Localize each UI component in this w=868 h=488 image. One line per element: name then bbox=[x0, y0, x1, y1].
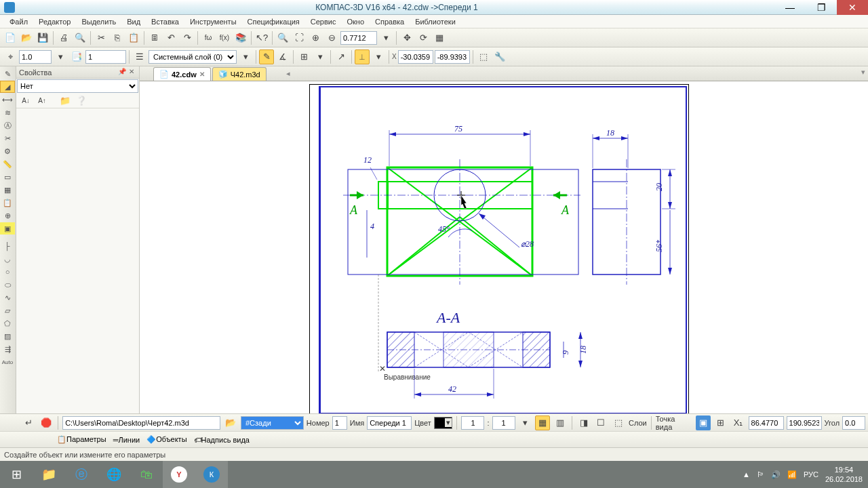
minimize-button[interactable]: — bbox=[774, 0, 806, 15]
tab-inactive[interactable]: 🧊 Ч42.m3d bbox=[212, 67, 267, 81]
vtool-insert[interactable]: ⊕ bbox=[0, 209, 15, 222]
layer-combo[interactable]: Системный слой (0) bbox=[149, 50, 237, 64]
paste-button[interactable]: 📋 bbox=[126, 30, 141, 45]
ortho-button[interactable]: ✎ bbox=[259, 49, 274, 64]
menu-view[interactable]: Вид bbox=[123, 16, 144, 27]
properties-pin-icon[interactable]: 📌 bbox=[117, 68, 127, 77]
undo-button[interactable]: ↶ bbox=[163, 30, 178, 45]
grid-dropdown[interactable]: ▾ bbox=[313, 49, 328, 64]
step-input[interactable] bbox=[19, 50, 52, 64]
constrain-dropdown[interactable]: ▾ bbox=[371, 49, 386, 64]
color-picker[interactable] bbox=[434, 417, 453, 429]
misc-button-1[interactable]: ⬚ bbox=[476, 49, 491, 64]
toggle-5[interactable]: ⬚ bbox=[611, 415, 626, 430]
vtool-select[interactable]: ▭ bbox=[0, 171, 15, 183]
tab-dropdown[interactable]: ▾ bbox=[861, 68, 865, 77]
vtool-text[interactable]: Ⓐ bbox=[0, 119, 15, 131]
lang-indicator[interactable]: РУС bbox=[804, 470, 818, 479]
zoom-in-button[interactable]: ⊕ bbox=[308, 30, 323, 45]
redraw-button[interactable]: ⟳ bbox=[416, 30, 431, 45]
vtool-hatch[interactable]: ▨ bbox=[0, 330, 15, 342]
vtool-ellipse[interactable]: ⬭ bbox=[0, 279, 15, 291]
vp-btn-2[interactable]: ⊞ bbox=[713, 415, 728, 430]
lib-button[interactable]: 📚 bbox=[233, 30, 248, 45]
zoom-input[interactable] bbox=[340, 31, 377, 45]
toggle-2[interactable]: ▥ bbox=[553, 415, 568, 430]
pan-button[interactable]: ✥ bbox=[399, 30, 414, 45]
menu-file[interactable]: Файл bbox=[5, 16, 32, 27]
layer-icon[interactable]: ☰ bbox=[132, 49, 147, 64]
vtool-circle[interactable]: ○ bbox=[0, 266, 15, 278]
vtool-auto[interactable]: Auto bbox=[0, 356, 15, 368]
vtool-rect[interactable]: ▱ bbox=[0, 304, 15, 317]
tab-active[interactable]: 📄 42.cdw ✕ bbox=[153, 67, 211, 81]
zoom-fit-button[interactable]: ⛶ bbox=[292, 30, 307, 45]
vtool-symbol[interactable]: ≋ bbox=[0, 106, 15, 119]
zoom-out-button[interactable]: ⊖ bbox=[324, 30, 339, 45]
vtool-measure[interactable]: 📏 bbox=[0, 158, 15, 170]
vars-button[interactable]: fω bbox=[201, 30, 216, 45]
vtool-curve[interactable]: ∿ bbox=[0, 291, 15, 304]
vtool-offset[interactable]: ⇶ bbox=[0, 343, 15, 355]
menu-spec[interactable]: Спецификация bbox=[243, 16, 304, 27]
menu-libs[interactable]: Библиотеки bbox=[411, 16, 460, 27]
tab-lines[interactable]: ═Линии bbox=[113, 436, 140, 444]
lcs-button[interactable]: ↗ bbox=[334, 49, 349, 64]
vtool-spec[interactable]: ▦ bbox=[0, 184, 15, 196]
print-button[interactable]: 🖨 bbox=[56, 30, 71, 45]
tabno-input[interactable] bbox=[85, 50, 126, 64]
save-button[interactable]: 💾 bbox=[35, 30, 50, 45]
tab-objects[interactable]: 🔷Объекты bbox=[146, 435, 186, 444]
vp-btn-x[interactable]: X₁ bbox=[731, 415, 746, 430]
close-button[interactable]: ✕ bbox=[837, 0, 868, 15]
vtool-view[interactable]: ▣ bbox=[0, 222, 15, 235]
prop-folder-icon[interactable]: 📁 bbox=[58, 94, 73, 108]
file-path-input[interactable] bbox=[62, 416, 220, 430]
number-input[interactable] bbox=[332, 416, 347, 430]
menu-select[interactable]: Выделить bbox=[77, 16, 120, 27]
toggle-4[interactable]: ☐ bbox=[594, 415, 609, 430]
calc-button[interactable]: f(x) bbox=[217, 30, 232, 45]
vtool-dim[interactable]: ⟷ bbox=[0, 94, 15, 106]
scale-den-input[interactable] bbox=[492, 416, 515, 430]
zoom-dropdown[interactable]: ▾ bbox=[378, 30, 393, 45]
snap-button[interactable]: ⌖ bbox=[3, 49, 18, 64]
vp-x-input[interactable] bbox=[749, 416, 784, 430]
vp-y-input[interactable] bbox=[787, 416, 822, 430]
vtool-arc[interactable]: ◡ bbox=[0, 253, 15, 265]
vtool-edit2[interactable]: ✂ bbox=[0, 132, 15, 144]
props-button[interactable]: 🗏 bbox=[147, 30, 162, 45]
tab-button[interactable]: 📑 bbox=[69, 49, 84, 64]
menu-help[interactable]: Справка bbox=[371, 16, 408, 27]
snap2-button[interactable]: ∡ bbox=[275, 49, 290, 64]
ie-icon[interactable]: ⓔ bbox=[65, 461, 98, 488]
vtool-poly[interactable]: ⬠ bbox=[0, 317, 15, 329]
kompas-icon[interactable]: К bbox=[195, 461, 228, 488]
grid-show-button[interactable]: ▦ bbox=[432, 30, 447, 45]
constrain-button[interactable]: ⟂ bbox=[355, 49, 370, 64]
properties-close-icon[interactable]: ✕ bbox=[127, 68, 136, 77]
grid-button[interactable]: ⊞ bbox=[296, 49, 311, 64]
misc-button-2[interactable]: 🔧 bbox=[492, 49, 507, 64]
yandex-icon[interactable]: Y bbox=[163, 461, 195, 488]
coord-x-input[interactable] bbox=[398, 50, 433, 64]
maximize-button[interactable]: ❐ bbox=[806, 0, 837, 15]
scale-num-input[interactable] bbox=[461, 416, 484, 430]
store-icon[interactable]: 🛍 bbox=[130, 461, 163, 488]
properties-style-combo[interactable]: Нет bbox=[17, 79, 138, 93]
menu-tools[interactable]: Инструменты bbox=[186, 16, 241, 27]
toggle-1[interactable]: ▦ bbox=[535, 415, 550, 430]
menu-insert[interactable]: Вставка bbox=[147, 16, 183, 27]
tab-caption[interactable]: 🏷Надпись вида bbox=[194, 436, 250, 444]
system-clock[interactable]: ▲ 🏳 🔊 📶 РУС 19:54 26.02.2018 bbox=[743, 465, 868, 484]
scale-dropdown[interactable]: ▾ bbox=[518, 415, 533, 430]
layer-dropdown[interactable]: ▾ bbox=[238, 49, 253, 64]
vtool-report[interactable]: 📋 bbox=[0, 197, 15, 209]
explorer-icon[interactable]: 📁 bbox=[33, 461, 65, 488]
stop-button[interactable]: 🛑 bbox=[39, 415, 54, 430]
copy-button[interactable]: ⎘ bbox=[110, 30, 125, 45]
name-input[interactable] bbox=[367, 416, 412, 430]
vp-btn-1[interactable]: ▣ bbox=[696, 415, 711, 430]
tab-close-icon[interactable]: ✕ bbox=[199, 70, 205, 78]
create-object-button[interactable]: ↵ bbox=[22, 415, 37, 430]
